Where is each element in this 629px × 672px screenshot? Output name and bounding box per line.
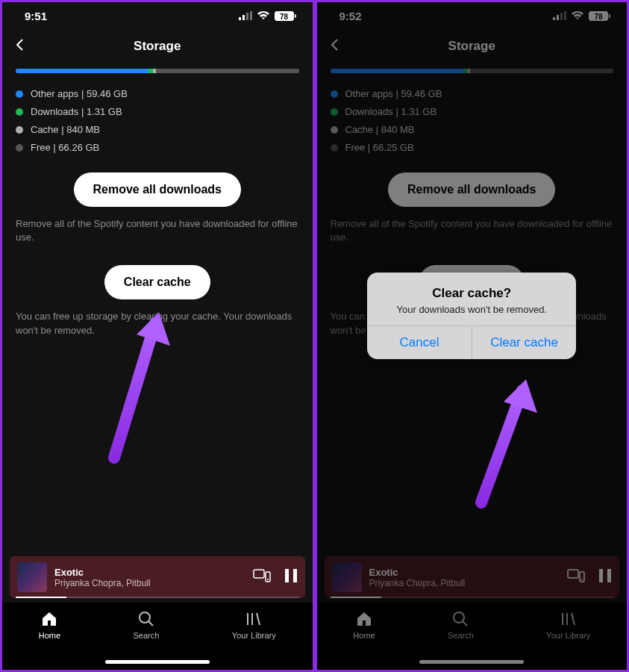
tab-library[interactable]: Your Library [546, 610, 590, 640]
legend-item: Other apps | 59.46 GB [331, 88, 614, 99]
legend-label: Cache | 840 MB [31, 124, 100, 135]
remove-downloads-button[interactable]: Remove all downloads [388, 172, 555, 207]
devices-icon[interactable] [253, 568, 271, 586]
svg-rect-15 [557, 15, 559, 20]
legend-item: Free | 66.26 GB [16, 142, 299, 153]
tab-search-label: Search [448, 631, 474, 640]
svg-rect-5 [266, 572, 270, 582]
svg-line-27 [572, 613, 575, 625]
svg-rect-14 [553, 17, 555, 20]
tab-library-label: Your Library [232, 631, 276, 640]
legend-dot [16, 126, 23, 134]
library-icon [245, 610, 263, 628]
clear-description: You can free up storage by clearing your… [16, 310, 299, 337]
home-icon [355, 610, 373, 628]
svg-point-20 [581, 579, 583, 580]
now-playing-text: Exotic Priyanka Chopra, Pitbull [54, 567, 245, 588]
legend-label: Other apps | 59.46 GB [345, 88, 442, 99]
legend-label: Downloads | 1.31 GB [31, 106, 122, 117]
page-title: Storage [134, 39, 181, 54]
storage-legend: Other apps | 59.46 GBDownloads | 1.31 GB… [331, 88, 614, 153]
legend-item: Cache | 840 MB [331, 124, 614, 135]
album-art [332, 562, 362, 592]
home-indicator[interactable] [105, 660, 210, 664]
battery-icon: 78 [589, 11, 610, 21]
home-icon [40, 610, 58, 628]
svg-point-9 [140, 612, 150, 623]
storage-bar [16, 69, 299, 73]
svg-rect-3 [250, 11, 252, 20]
svg-rect-8 [293, 569, 297, 582]
legend-dot [331, 126, 338, 134]
now-playing-bar[interactable]: Exotic Priyanka Chopra, Pitbull [10, 556, 305, 598]
status-icons: 78 [239, 10, 296, 22]
cellular-icon [239, 10, 252, 22]
remove-description: Remove all of the Spotify content you ha… [16, 217, 299, 244]
svg-rect-2 [246, 13, 248, 20]
svg-rect-16 [560, 13, 563, 20]
tab-search-label: Search [134, 631, 160, 640]
svg-line-13 [257, 613, 260, 625]
legend-label: Free | 66.25 GB [345, 142, 414, 153]
svg-line-10 [148, 621, 153, 626]
phone-right: 9:52 78 Storage Other apps | 59.46 GBDow… [315, 0, 630, 672]
tab-search[interactable]: Search [134, 610, 160, 640]
status-bar: 9:51 78 [2, 2, 313, 28]
legend-dot [16, 90, 23, 98]
battery-icon: 78 [275, 11, 296, 21]
svg-rect-17 [564, 11, 566, 20]
alert-confirm-button[interactable]: Clear cache [472, 326, 577, 359]
status-time: 9:51 [25, 10, 47, 22]
track-artist: Priyanka Chopra, Pitbull [369, 578, 560, 588]
tab-library[interactable]: Your Library [232, 610, 276, 640]
legend-label: Downloads | 1.31 GB [345, 106, 437, 117]
annotation-arrow [466, 368, 556, 510]
remove-description: Remove all of the Spotify content you ha… [331, 217, 614, 244]
tab-home-label: Home [353, 631, 375, 640]
page-header: Storage [317, 28, 628, 69]
home-indicator[interactable] [419, 660, 524, 664]
cellular-icon [553, 10, 566, 22]
svg-rect-22 [607, 569, 611, 582]
storage-legend: Other apps | 59.46 GBDownloads | 1.31 GB… [16, 88, 299, 153]
now-playing-bar[interactable]: Exotic Priyanka Chopra, Pitbull [325, 556, 620, 598]
legend-dot [16, 108, 23, 116]
legend-item: Cache | 840 MB [16, 124, 299, 135]
tab-search[interactable]: Search [448, 610, 474, 640]
legend-label: Other apps | 59.46 GB [31, 88, 128, 99]
svg-rect-19 [580, 572, 584, 582]
legend-item: Downloads | 1.31 GB [331, 106, 614, 117]
legend-label: Cache | 840 MB [345, 124, 415, 135]
tab-library-label: Your Library [546, 631, 590, 640]
track-title: Exotic [369, 567, 560, 578]
devices-icon[interactable] [567, 568, 585, 586]
legend-item: Downloads | 1.31 GB [16, 106, 299, 117]
legend-dot [331, 144, 338, 152]
alert-cancel-button[interactable]: Cancel [367, 326, 472, 359]
tab-home-label: Home [39, 631, 60, 640]
legend-dot [331, 108, 338, 116]
tab-home[interactable]: Home [39, 610, 60, 640]
pause-icon[interactable] [284, 568, 298, 586]
wifi-icon [571, 10, 584, 22]
album-art [17, 562, 47, 592]
back-icon[interactable] [328, 37, 342, 55]
search-icon [137, 610, 155, 628]
alert-message: Your downloads won't be removed. [379, 304, 564, 315]
legend-dot [331, 90, 338, 98]
pause-icon[interactable] [598, 568, 612, 586]
search-icon [451, 610, 469, 628]
status-bar: 9:52 78 [317, 2, 628, 28]
legend-item: Free | 66.25 GB [331, 142, 614, 153]
alert-title: Clear cache? [379, 286, 564, 301]
wifi-icon [257, 10, 270, 22]
clear-cache-alert: Clear cache? Your downloads won't be rem… [367, 273, 576, 359]
track-artist: Priyanka Chopra, Pitbull [54, 578, 245, 588]
svg-line-24 [463, 621, 467, 626]
tab-home[interactable]: Home [353, 610, 375, 640]
remove-downloads-button[interactable]: Remove all downloads [74, 172, 241, 207]
back-icon[interactable] [13, 37, 28, 55]
storage-bar [331, 69, 614, 73]
playback-progress [331, 597, 614, 598]
clear-cache-button[interactable]: Clear cache [104, 265, 210, 299]
